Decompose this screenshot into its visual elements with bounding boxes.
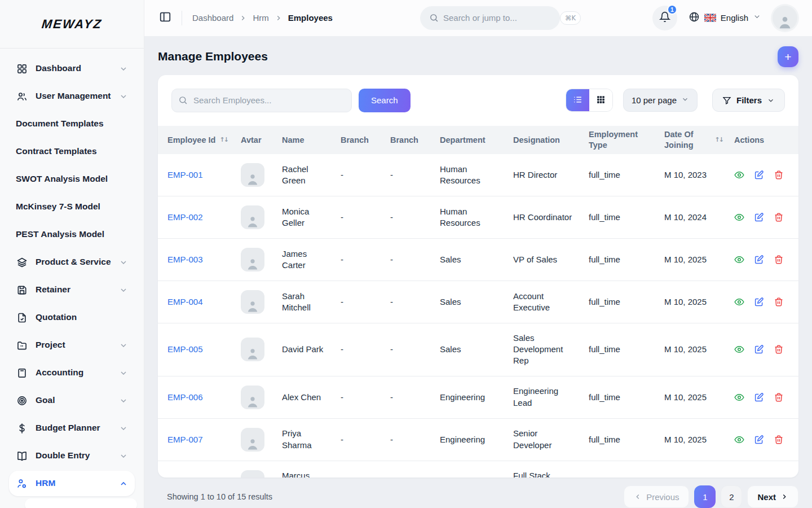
delete-button[interactable] (774, 255, 784, 265)
next-page-button[interactable]: Next (747, 485, 798, 508)
sidebar-item-document-templates[interactable]: Document Templates (9, 111, 135, 137)
view-button[interactable] (734, 297, 744, 307)
edit-button[interactable] (754, 392, 764, 402)
delete-button[interactable] (774, 435, 784, 445)
previous-page-button[interactable]: Previous (624, 485, 689, 508)
delete-button[interactable] (774, 170, 784, 180)
uk-flag-icon (704, 14, 716, 22)
eye-icon (734, 255, 744, 265)
edit-button[interactable] (754, 435, 764, 445)
edit-button[interactable] (754, 477, 764, 478)
view-button[interactable] (734, 435, 744, 445)
person-icon (245, 393, 261, 409)
view-button[interactable] (734, 170, 744, 180)
hrm-submenu-item[interactable] (25, 498, 137, 508)
sidebar-item-user-management[interactable]: User Management (9, 84, 135, 109)
filters-button[interactable]: Filters (712, 89, 785, 112)
employee-avatar (241, 163, 264, 187)
view-button[interactable] (734, 477, 744, 478)
layers-icon (16, 256, 28, 269)
sidebar-toggle-button[interactable] (159, 11, 171, 25)
column-header: Actions (729, 126, 798, 154)
sidebar-item-accounting[interactable]: Accounting (9, 360, 135, 386)
employee-id-link[interactable]: EMP-005 (167, 344, 203, 354)
topbar: Dashboard Hrm Employees ⌘K 1 Eng (144, 0, 812, 36)
edit-button[interactable] (754, 212, 764, 222)
delete-button[interactable] (774, 477, 784, 478)
grid-view-button[interactable] (589, 89, 612, 111)
search-button[interactable]: Search (359, 89, 411, 112)
employee-branch: - (335, 461, 385, 478)
sidebar-item-budget-planner[interactable]: Budget Planner (9, 415, 135, 441)
employee-branch: - (385, 238, 434, 281)
delete-button[interactable] (774, 392, 784, 402)
employee-id-link[interactable]: EMP-008 (167, 477, 203, 478)
view-button[interactable] (734, 212, 744, 222)
delete-button[interactable] (774, 297, 784, 307)
employee-search-input[interactable] (171, 89, 352, 112)
employee-id-link[interactable]: EMP-003 (167, 255, 203, 264)
employee-id-link[interactable]: EMP-002 (167, 212, 203, 222)
edit-button[interactable] (754, 297, 764, 307)
employee-id-link[interactable]: EMP-006 (167, 392, 203, 402)
sidebar-item-pest-analysis-model[interactable]: PEST Analysis Model (9, 222, 135, 247)
sidebar-item-swot-analysis-model[interactable]: SWOT Analysis Model (9, 167, 135, 192)
add-employee-button[interactable]: + (778, 46, 798, 67)
trash-icon (774, 392, 784, 402)
edit-button[interactable] (754, 344, 764, 354)
employee-employment-type: full_time (583, 418, 659, 461)
sidebar-item-double-entry[interactable]: Double Entry (9, 443, 135, 468)
page-button-2[interactable]: 2 (721, 485, 742, 508)
previous-label: Previous (646, 492, 679, 502)
row-actions (734, 297, 793, 307)
global-search-input[interactable] (439, 13, 560, 23)
notifications-button[interactable]: 1 (652, 6, 677, 30)
view-button[interactable] (734, 255, 744, 265)
delete-button[interactable] (774, 344, 784, 354)
employee-employment-type: full_time (583, 154, 659, 196)
edit-icon (754, 212, 764, 222)
list-view-button[interactable] (566, 89, 589, 111)
global-search[interactable]: ⌘K (420, 6, 560, 30)
eye-icon (734, 212, 744, 222)
employee-id-link[interactable]: EMP-007 (167, 435, 203, 444)
sidebar-item-project[interactable]: Project (9, 332, 135, 358)
sidebar-item-quotation[interactable]: Quotation (9, 305, 135, 330)
language-selector[interactable]: English (689, 11, 761, 25)
person-icon (245, 298, 261, 314)
edit-button[interactable] (754, 255, 764, 265)
employee-designation: HR Coordinator (508, 196, 583, 238)
sidebar-item-hrm[interactable]: HRM (9, 471, 135, 496)
sort-icon[interactable]: ↑↓ (715, 136, 723, 144)
employee-id-link[interactable]: EMP-004 (167, 297, 203, 306)
delete-button[interactable] (774, 212, 784, 222)
edit-button[interactable] (754, 170, 764, 180)
breadcrumb-dashboard[interactable]: Dashboard (192, 13, 233, 23)
table-header-row: Employee Id↑↓AvtarNameBranchBranchDepart… (158, 126, 798, 154)
sidebar-item-product-service[interactable]: Product & Service (9, 249, 135, 275)
column-header[interactable]: Date Of Joining↑↓ (659, 126, 729, 154)
brand: MEWAYZ (0, 0, 144, 49)
sidebar-item-retainer[interactable]: Retainer (9, 277, 135, 303)
sidebar-menu: Dashboard User Management Document Templ… (0, 49, 144, 496)
view-button[interactable] (734, 344, 744, 354)
sidebar-item-mckinsey-7-s-model[interactable]: McKinsey 7-S Model (9, 194, 135, 220)
sidebar-item-goal[interactable]: Goal (9, 388, 135, 413)
column-header: Branch (385, 126, 434, 154)
employees-table: Employee Id↑↓AvtarNameBranchBranchDepart… (158, 126, 798, 478)
sidebar-item-dashboard[interactable]: Dashboard (9, 56, 135, 81)
employee-branch: - (335, 154, 385, 196)
breadcrumb-hrm[interactable]: Hrm (253, 13, 268, 23)
table-row: EMP-002 Monica Geller - - Human Resource… (158, 196, 798, 238)
sort-icon[interactable]: ↑↓ (219, 136, 227, 144)
user-avatar[interactable] (773, 6, 797, 30)
sidebar-item-contract-templates[interactable]: Contract Templates (9, 139, 135, 164)
per-page-select[interactable]: 10 per page (623, 89, 698, 112)
edit-icon (754, 255, 764, 265)
view-button[interactable] (734, 392, 744, 402)
folder-icon (16, 339, 28, 352)
row-actions (734, 344, 793, 354)
employee-id-link[interactable]: EMP-001 (167, 170, 203, 179)
column-header[interactable]: Employee Id↑↓ (158, 126, 235, 154)
page-button-1[interactable]: 1 (694, 485, 716, 508)
